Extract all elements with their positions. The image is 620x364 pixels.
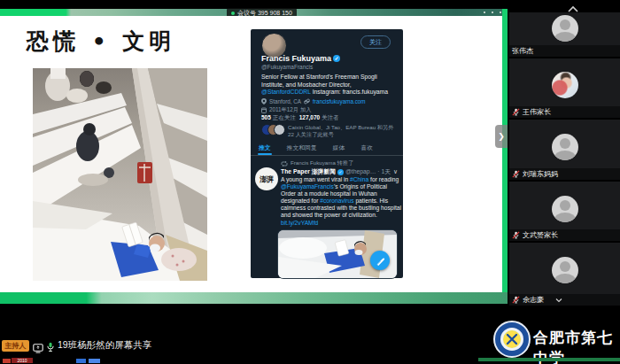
profile-tabs: 推文 推文和回复 媒体 喜欢 (251, 141, 403, 156)
share-region-border (502, 9, 508, 304)
participant-tile[interactable]: 文武赟家长 (509, 182, 620, 241)
sidebar-expand-button[interactable] (567, 1, 581, 12)
participant-tile[interactable]: 余志豪 (509, 243, 620, 306)
participant-name-bar: 刘瑞东妈妈 (509, 168, 620, 180)
participant-name-bar: 文武赟家长 (509, 229, 620, 241)
follow-button[interactable]: 关注 (360, 35, 391, 49)
participant-tile[interactable]: 张伟杰 (509, 12, 620, 57)
mic-muted-icon (512, 231, 520, 239)
tab-tweets[interactable]: 推文 (251, 141, 279, 155)
school-logo-icon (493, 321, 531, 358)
tweet-url-link[interactable]: bit.ly/2vYAMfd (281, 220, 318, 226)
location-pin-icon (261, 98, 267, 105)
hashtag-link[interactable]: #China (350, 176, 368, 182)
profile-handle: @FukuyamaFrancis (261, 64, 313, 70)
chevron-down-icon[interactable] (555, 298, 562, 303)
taskbar-icon[interactable] (89, 359, 100, 363)
participant-name-bar: 王伟家长 (509, 106, 620, 118)
retweet-icon (281, 161, 288, 167)
taskbar-icon[interactable] (3, 359, 11, 363)
profile-website-link[interactable]: francisfukuyama.com (313, 98, 366, 105)
thepaper-avatar[interactable]: 澎湃 (255, 167, 278, 190)
feather-icon (376, 256, 385, 266)
recording-dot-icon (231, 12, 235, 15)
participant-name-bar: 张伟杰 (509, 45, 620, 57)
profile-stats-row: 505 正在关注 127,070 关注者 (261, 114, 338, 122)
tab-media[interactable]: 媒体 (325, 141, 353, 155)
slide-bottom-stripe (0, 292, 508, 304)
school-emblem-glyph (506, 333, 518, 345)
profile-name: Francis Fukuyama ✓ (261, 54, 340, 63)
toolbar-control-dot-icon[interactable] (484, 12, 485, 13)
screen-share-icon (33, 341, 43, 357)
participant-tile[interactable]: 刘瑞东妈妈 (509, 120, 620, 180)
profile-bio: Senior Fellow at Stanford's Freeman Spog… (261, 74, 396, 97)
hospital-ward-photo (33, 68, 207, 281)
toolbar-control-dot-icon[interactable] (500, 12, 501, 13)
tweet-header: The Paper 澎湃新闻 ✓ @thepap… · 1天 ∨ (281, 167, 398, 176)
meeting-window: 会议号 395 908 150 恐慌 • 文明 (0, 0, 620, 364)
calendar-icon (261, 107, 267, 113)
bio-mention-link[interactable]: @StanfordCDDRL (261, 89, 311, 95)
tab-likes[interactable]: 喜欢 (353, 141, 381, 155)
taskbar-office-icon[interactable]: 2010 (12, 358, 33, 363)
avatar-placeholder (552, 15, 578, 42)
avatar-placeholder (552, 196, 578, 222)
compose-tweet-button[interactable] (370, 251, 390, 270)
profile-joined-row: 2011年12月 加入 (261, 106, 311, 114)
tweet-text: A young man went viral in #China for rea… (281, 176, 402, 227)
twitter-profile-card: 关注 Francis Fukuyama ✓ @FukuyamaFrancis S… (251, 29, 403, 278)
hashtag-link[interactable]: #coronavirus (320, 197, 353, 204)
avatar-placeholder (552, 257, 578, 283)
sidebar-collapse-button[interactable]: ❯ (495, 125, 508, 148)
mention-link[interactable]: @FukuyamaFrancis (281, 183, 334, 190)
toolbar-control-dot-icon[interactable] (492, 12, 493, 13)
profile-meta-row: Stanford, CA francisfukuyama.com (261, 98, 366, 105)
tweet-more-icon[interactable]: ∨ (393, 168, 398, 175)
participant-name-bar: 余志豪 (509, 294, 620, 306)
avatar-photo (552, 72, 578, 98)
avatar-placeholder (552, 134, 578, 160)
retweet-label: Francis Fukuyama 转推了 (281, 159, 353, 167)
mic-muted-icon (512, 296, 520, 304)
mic-muted-icon (512, 108, 520, 116)
followed-by-row: Caixin Global、Ji Tao、EAP Bureau 和另外 22 人… (261, 124, 396, 137)
mic-active-icon (46, 340, 55, 356)
window-edge-strip (478, 358, 620, 361)
mic-muted-icon (512, 170, 520, 178)
follower-avatar (274, 124, 285, 136)
screen-share-label: 19班杨彤然的屏幕共享 (58, 339, 151, 352)
participant-tile[interactable]: 王伟家长 (509, 58, 620, 118)
host-badge: 主持人 (2, 340, 29, 352)
link-icon (304, 98, 310, 105)
verified-badge-icon: ✓ (337, 169, 344, 175)
taskbar-icon[interactable] (76, 359, 86, 363)
followed-by-avatars (261, 124, 284, 135)
slide-title: 恐慌 • 文明 (27, 27, 175, 56)
tab-tweets-replies[interactable]: 推文和回复 (279, 141, 325, 155)
verified-badge-icon: ✓ (333, 55, 340, 62)
